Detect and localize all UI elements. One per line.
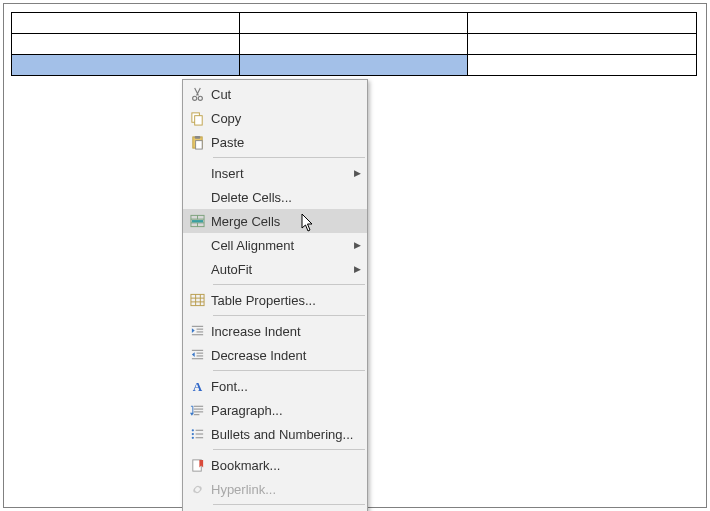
table-cell-selected[interactable] [239, 55, 468, 76]
svg-rect-6 [195, 140, 202, 148]
menu-item-paste[interactable]: Paste [183, 130, 367, 154]
menu-item-cell-alignment[interactable]: Cell Alignment ▶ [183, 233, 367, 257]
svg-rect-5 [194, 135, 200, 138]
table-row[interactable] [12, 55, 697, 76]
indent-dec-icon [183, 348, 211, 362]
document-table[interactable] [11, 12, 697, 76]
svg-rect-3 [194, 115, 202, 124]
table-cell[interactable] [12, 34, 240, 55]
menu-item-copy[interactable]: Copy [183, 106, 367, 130]
menu-item-label: Decrease Indent [211, 348, 363, 363]
table-cell[interactable] [468, 13, 697, 34]
bullets-icon [183, 427, 211, 441]
menu-item-label: Paragraph... [211, 403, 363, 418]
menu-item-hyperlink: Hyperlink... [183, 477, 367, 501]
table-cell[interactable] [468, 55, 697, 76]
table-row[interactable] [12, 13, 697, 34]
paragraph-icon [183, 403, 211, 417]
submenu-arrow-icon: ▶ [351, 168, 363, 178]
menu-item-merge-cells[interactable]: Merge Cells [183, 209, 367, 233]
context-menu[interactable]: Cut Copy Paste Insert ▶ Delete Cells... [182, 79, 368, 511]
menu-item-label: Delete Cells... [211, 190, 363, 205]
menu-item-insert[interactable]: Insert ▶ [183, 161, 367, 185]
bookmark-icon [183, 458, 211, 473]
svg-rect-12 [191, 220, 202, 222]
table-cell[interactable] [12, 13, 240, 34]
menu-separator [213, 504, 365, 505]
menu-item-label: AutoFit [211, 262, 351, 277]
svg-point-0 [192, 96, 196, 100]
hyperlink-icon [183, 482, 211, 497]
menu-item-label: Paste [211, 135, 363, 150]
menu-item-label: Copy [211, 111, 363, 126]
menu-separator [213, 449, 365, 450]
menu-separator [213, 370, 365, 371]
menu-separator [213, 157, 365, 158]
copy-icon [183, 111, 211, 126]
menu-item-label: Insert [211, 166, 351, 181]
submenu-arrow-icon: ▶ [351, 240, 363, 250]
svg-point-32 [191, 433, 193, 435]
menu-item-delete-cells[interactable]: Delete Cells... [183, 185, 367, 209]
menu-item-label: Hyperlink... [211, 482, 363, 497]
svg-text:A: A [192, 379, 202, 394]
menu-item-bookmark[interactable]: Bookmark... [183, 453, 367, 477]
table-cell-selected[interactable] [12, 55, 240, 76]
menu-item-label: Bookmark... [211, 458, 363, 473]
menu-item-paragraph[interactable]: Paragraph... [183, 398, 367, 422]
indent-inc-icon [183, 324, 211, 338]
svg-point-1 [198, 96, 202, 100]
menu-item-font[interactable]: A Font... [183, 374, 367, 398]
menu-item-table-properties[interactable]: Table Properties... [183, 288, 367, 312]
table-cell[interactable] [239, 34, 468, 55]
menu-item-label: Bullets and Numbering... [211, 427, 363, 442]
menu-item-label: Font... [211, 379, 363, 394]
menu-item-label: Table Properties... [211, 293, 363, 308]
menu-item-increase-indent[interactable]: Increase Indent [183, 319, 367, 343]
submenu-arrow-icon: ▶ [351, 264, 363, 274]
paste-icon [183, 135, 211, 150]
font-icon: A [183, 379, 211, 394]
menu-separator [213, 315, 365, 316]
menu-item-label: Increase Indent [211, 324, 363, 339]
menu-item-label: Cut [211, 87, 363, 102]
svg-point-31 [191, 429, 193, 431]
table-cell[interactable] [468, 34, 697, 55]
menu-item-cut[interactable]: Cut [183, 82, 367, 106]
menu-item-autofit[interactable]: AutoFit ▶ [183, 257, 367, 281]
svg-point-33 [191, 437, 193, 439]
merge-icon [183, 214, 211, 228]
menu-item-decrease-indent[interactable]: Decrease Indent [183, 343, 367, 367]
table-props-icon [183, 293, 211, 307]
table-row[interactable] [12, 34, 697, 55]
menu-item-bullets-numbering[interactable]: Bullets and Numbering... [183, 422, 367, 446]
table-cell[interactable] [239, 13, 468, 34]
menu-separator [213, 284, 365, 285]
cut-icon [183, 87, 211, 102]
menu-item-label: Merge Cells [211, 214, 363, 229]
menu-item-label: Cell Alignment [211, 238, 351, 253]
svg-rect-13 [190, 294, 203, 305]
